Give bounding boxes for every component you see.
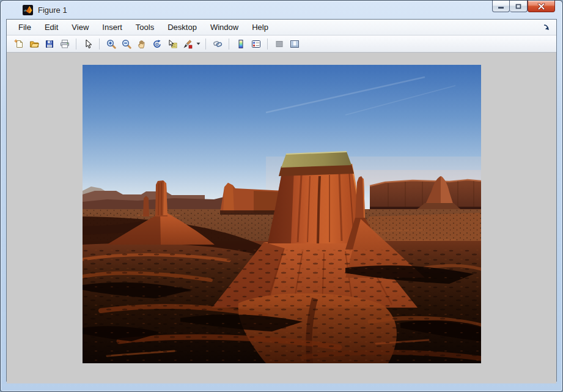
open-folder-icon — [29, 39, 39, 49]
new-figure-button[interactable] — [12, 37, 26, 51]
toolbar-separator — [99, 39, 100, 50]
menu-view[interactable]: View — [65, 20, 95, 34]
insert-colorbar-button[interactable] — [234, 37, 248, 51]
restore-button[interactable] — [510, 1, 528, 12]
printer-icon — [60, 39, 70, 49]
show-plot-tools-icon — [290, 39, 300, 49]
brush-icon — [183, 39, 193, 49]
close-icon — [537, 3, 545, 10]
insert-legend-button[interactable] — [249, 37, 263, 51]
zoom-in-button[interactable] — [104, 37, 118, 51]
zoom-out-button[interactable] — [119, 37, 133, 51]
arrow-pointer-icon — [83, 39, 93, 49]
menu-window[interactable]: Window — [204, 20, 245, 34]
figure-canvas[interactable] — [7, 53, 556, 383]
minimize-button[interactable] — [492, 1, 510, 12]
save-floppy-icon — [45, 39, 54, 49]
open-file-button[interactable] — [27, 37, 41, 51]
menu-tools[interactable]: Tools — [129, 20, 161, 34]
matlab-logo-icon — [23, 5, 33, 15]
zoom-in-icon — [106, 39, 116, 49]
pan-button[interactable] — [134, 37, 149, 51]
restore-icon — [515, 3, 522, 10]
matlab-figure-window: Figure 1 Fil — [0, 0, 563, 392]
print-figure-button[interactable] — [57, 37, 72, 51]
edit-plot-button[interactable] — [81, 37, 95, 51]
toolbar-separator — [205, 39, 206, 50]
toolbar-separator — [267, 39, 268, 50]
photo-right-mesa — [370, 176, 481, 214]
brush-dropdown-button[interactable] — [196, 37, 201, 51]
hand-icon — [137, 39, 147, 49]
photo-foreground-detail — [83, 248, 481, 363]
figure-image — [83, 65, 481, 363]
data-cursor-button[interactable] — [165, 37, 179, 51]
close-button[interactable] — [528, 1, 555, 12]
figure-toolbar — [7, 35, 556, 53]
show-plot-tools-button[interactable] — [287, 37, 301, 51]
menu-desktop[interactable]: Desktop — [161, 20, 204, 34]
title-bar[interactable]: Figure 1 — [1, 1, 562, 19]
menu-insert[interactable]: Insert — [95, 20, 129, 34]
link-plot-button[interactable] — [210, 37, 224, 51]
menu-file[interactable]: File — [12, 20, 38, 34]
save-figure-button[interactable] — [42, 37, 56, 51]
toolbar-separator — [229, 39, 229, 50]
rotate-3d-button[interactable] — [150, 37, 164, 51]
hide-plot-tools-icon — [274, 39, 284, 49]
data-cursor-icon — [167, 39, 177, 49]
menu-bar: File Edit View Insert Tools Desktop Wind… — [7, 20, 556, 35]
window-title: Figure 1 — [38, 6, 67, 15]
dock-figure-arrow-icon[interactable] — [542, 23, 551, 32]
chevron-down-icon — [196, 42, 201, 45]
toolbar-separator — [76, 39, 76, 50]
legend-icon — [251, 39, 261, 49]
menu-edit[interactable]: Edit — [38, 20, 65, 34]
new-document-icon — [14, 39, 24, 49]
zoom-out-icon — [122, 39, 131, 49]
menu-help[interactable]: Help — [245, 20, 275, 34]
figure-client-area: File Edit View Insert Tools Desktop Wind… — [6, 19, 557, 382]
rotate-3d-icon — [152, 39, 162, 49]
window-controls — [492, 1, 555, 12]
minimize-icon — [498, 4, 504, 9]
colorbar-icon — [236, 39, 246, 49]
hide-plot-tools-button[interactable] — [272, 37, 286, 51]
brush-data-button[interactable] — [180, 37, 194, 51]
chain-link-icon — [213, 39, 223, 49]
